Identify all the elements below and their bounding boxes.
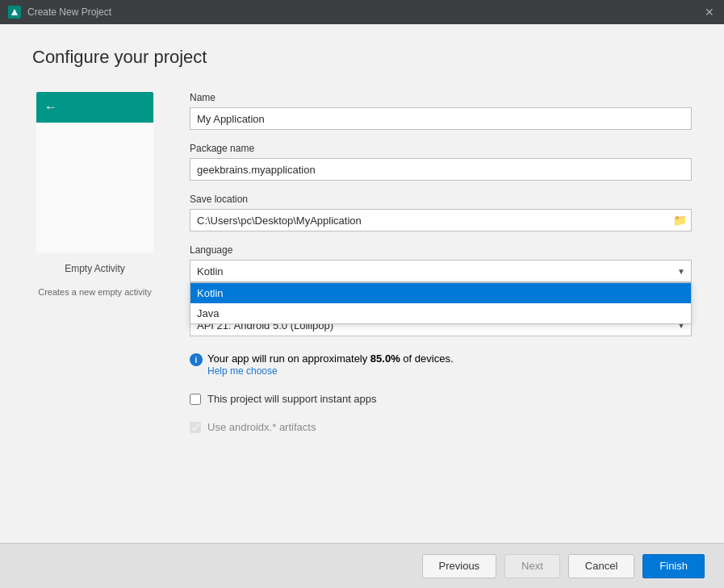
close-button[interactable]: ✕ xyxy=(703,6,716,19)
name-input[interactable] xyxy=(190,107,692,130)
info-text-wrapper: Your app will run on approximately 85.0%… xyxy=(207,352,454,377)
activity-label: Empty Activity xyxy=(65,263,125,274)
form-panel: Name Package name Save location 📁 xyxy=(190,92,692,527)
footer: Previous Next Cancel Finish xyxy=(0,543,724,588)
info-highlight: 85.0% xyxy=(370,352,400,365)
back-arrow-icon: ← xyxy=(44,100,57,115)
instant-apps-row: This project will support instant apps xyxy=(190,393,692,405)
instant-apps-checkbox[interactable] xyxy=(190,394,201,405)
title-bar: Create New Project ✕ xyxy=(0,0,724,24)
package-input[interactable] xyxy=(190,158,692,181)
save-location-label: Save location xyxy=(190,194,692,205)
save-location-input-wrapper: 📁 xyxy=(190,209,692,231)
activity-preview-header: ← xyxy=(36,92,153,123)
name-label: Name xyxy=(190,92,692,103)
preview-panel: ← Empty Activity Creates a new empty act… xyxy=(32,92,157,527)
androidx-label: Use androidx.* artifacts xyxy=(207,421,316,433)
save-location-input[interactable] xyxy=(190,209,692,231)
instant-apps-label: This project will support instant apps xyxy=(207,393,377,405)
language-group: Language Kotlin Java ▼ Kotlin Java xyxy=(190,244,692,282)
svg-marker-0 xyxy=(11,9,18,15)
androidx-checkbox[interactable] xyxy=(190,422,201,433)
language-select-wrapper: Kotlin Java ▼ xyxy=(190,260,692,282)
next-button[interactable]: Next xyxy=(504,554,560,578)
package-group: Package name xyxy=(190,143,692,181)
dialog-body: Configure your project ← Empty Activity … xyxy=(0,24,724,588)
window-title: Create New Project xyxy=(27,6,111,18)
activity-preview-body xyxy=(36,123,153,253)
title-bar-left: Create New Project xyxy=(8,6,111,19)
name-group: Name xyxy=(190,92,692,130)
help-link[interactable]: Help me choose xyxy=(207,365,278,377)
save-location-group: Save location 📁 xyxy=(190,194,692,231)
package-label: Package name xyxy=(190,143,692,154)
app-icon xyxy=(8,6,21,19)
content-area: Configure your project ← Empty Activity … xyxy=(0,24,724,543)
dropdown-item-java[interactable]: Java xyxy=(190,303,691,323)
dropdown-item-kotlin[interactable]: Kotlin xyxy=(190,283,691,303)
info-text-after: of devices. xyxy=(400,352,454,365)
language-dropdown-overlay: Kotlin Java xyxy=(190,282,692,324)
folder-icon[interactable]: 📁 xyxy=(673,214,687,227)
activity-preview: ← xyxy=(36,92,153,253)
previous-button[interactable]: Previous xyxy=(422,554,497,578)
language-select[interactable]: Kotlin Java xyxy=(190,260,692,282)
info-icon: i xyxy=(190,353,203,366)
main-content: ← Empty Activity Creates a new empty act… xyxy=(32,92,692,527)
info-text-before: Your app will run on approximately xyxy=(207,352,370,365)
preview-description: Creates a new empty activity xyxy=(38,287,152,297)
cancel-button[interactable]: Cancel xyxy=(568,554,634,578)
page-title: Configure your project xyxy=(32,47,692,68)
finish-button[interactable]: Finish xyxy=(642,554,705,578)
language-label: Language xyxy=(190,244,692,256)
androidx-row: Use androidx.* artifacts xyxy=(190,421,692,433)
info-row: i Your app will run on approximately 85.… xyxy=(190,352,692,377)
